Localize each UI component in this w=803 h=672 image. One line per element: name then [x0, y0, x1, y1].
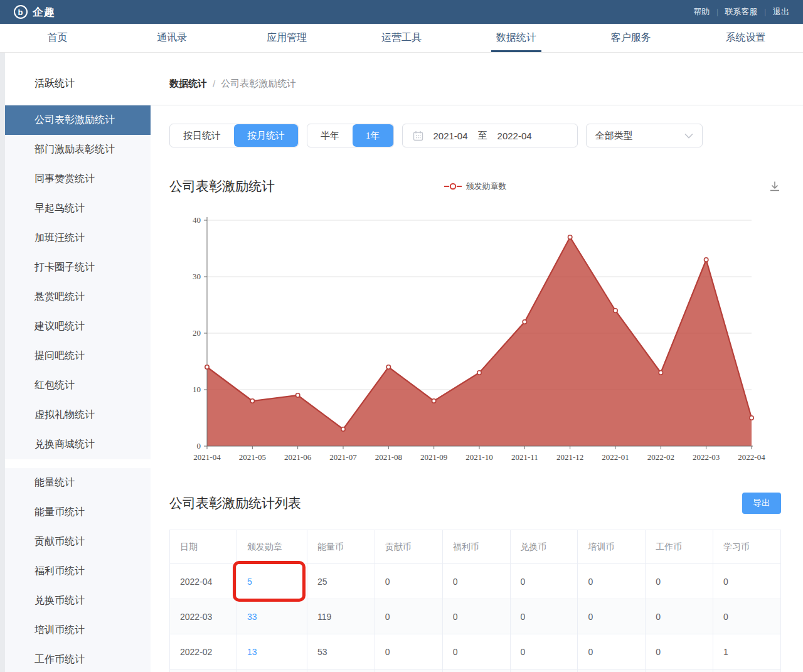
topbar-links: 帮助|联系客服|退出 [693, 6, 789, 18]
nav-item[interactable]: 应用管理 [230, 24, 344, 52]
svg-text:0: 0 [197, 441, 201, 451]
sidebar-item[interactable]: 公司表彰激励统计 [5, 105, 151, 135]
breadcrumb: 数据统计 / 公司表彰激励统计 [151, 53, 803, 105]
sidebar-group-gap [5, 459, 151, 468]
sidebar-item[interactable]: 红包统计 [5, 371, 151, 400]
sidebar-group-2: 能量统计能量币统计贡献币统计福利币统计兑换币统计培训币统计工作币统计 [5, 468, 151, 672]
page: 活跃统计 公司表彰激励统计部门激励表彰统计同事赞赏统计早起鸟统计加班汪统计打卡圈… [0, 53, 803, 672]
table-cell [578, 669, 646, 672]
sidebar-item-top[interactable]: 活跃统计 [5, 53, 151, 105]
svg-text:2021-05: 2021-05 [239, 452, 266, 462]
sidebar-item[interactable]: 虚拟礼物统计 [5, 400, 151, 430]
svg-text:2021-11: 2021-11 [511, 452, 538, 462]
sidebar-item[interactable]: 同事赞赏统计 [5, 164, 151, 194]
table-cell: 0 [646, 564, 713, 599]
sidebar-item[interactable]: 加班汪统计 [5, 223, 151, 253]
sidebar-item[interactable]: 福利币统计 [5, 557, 151, 586]
chart-svg: 0102030402021-042021-052021-062021-07202… [169, 214, 781, 464]
table-column-header: 颁发勋章 [237, 530, 307, 564]
table-cell: 0 [375, 564, 442, 599]
sidebar-item[interactable]: 兑换币统计 [5, 586, 151, 616]
sidebar-item[interactable]: 贡献币统计 [5, 527, 151, 557]
table-cell: 2022-04 [170, 564, 237, 599]
sidebar-item[interactable]: 部门激励表彰统计 [5, 135, 151, 164]
breadcrumb-separator: / [213, 78, 215, 89]
sidebar-item[interactable]: 早起鸟统计 [5, 194, 151, 223]
svg-text:40: 40 [193, 215, 201, 225]
topbar-link[interactable]: 帮助 [693, 6, 710, 18]
table-cell [237, 669, 307, 672]
legend-label: 颁发勋章数 [466, 181, 507, 192]
table-cell: 25 [307, 564, 375, 599]
stat-mode-option[interactable]: 按日统计 [170, 124, 234, 147]
svg-text:2022-02: 2022-02 [647, 452, 674, 462]
table-column-header: 培训币 [578, 530, 646, 564]
table-cell: 1 [713, 634, 781, 669]
stat-range-option[interactable]: 1年 [353, 124, 393, 147]
table-header-row: 日期颁发勋章能量币贡献币福利币兑换币培训币工作币学习币 [170, 530, 781, 564]
sidebar-item[interactable]: 打卡圈子统计 [5, 253, 151, 282]
export-button[interactable]: 导出 [742, 493, 781, 514]
sidebar-item[interactable]: 工作币统计 [5, 645, 151, 672]
brand-logo-icon: b [14, 5, 28, 19]
table-column-header: 贡献币 [375, 530, 442, 564]
chart-legend[interactable]: 颁发勋章数 [444, 181, 507, 192]
table-cell: 0 [510, 564, 578, 599]
svg-text:2021-12: 2021-12 [556, 452, 583, 462]
topbar-link[interactable]: 退出 [773, 6, 789, 18]
table-cell: 2022-03 [170, 599, 237, 634]
topbar-link[interactable]: 联系客服 [725, 6, 758, 18]
table-cell: 0 [646, 599, 713, 634]
sidebar-item[interactable]: 建议吧统计 [5, 312, 151, 341]
sidebar-item[interactable]: 培训币统计 [5, 616, 151, 645]
date-start-value[interactable]: 2021-04 [433, 131, 468, 141]
date-range-picker[interactable]: 2021-04 至 2022-04 [402, 124, 578, 147]
nav-item[interactable]: 客户服务 [573, 24, 688, 52]
badge-count-link[interactable]: 5 [237, 564, 307, 599]
table-cell: 0 [442, 564, 510, 599]
download-icon[interactable] [768, 180, 781, 193]
nav-item[interactable]: 系统设置 [688, 24, 803, 52]
table-cell: 2022-02 [170, 634, 237, 669]
breadcrumb-section[interactable]: 数据统计 [169, 78, 207, 90]
sidebar-item[interactable]: 兑换商城统计 [5, 430, 151, 459]
nav-item[interactable]: 通讯录 [115, 24, 230, 52]
table-cell [375, 669, 442, 672]
sidebar-item[interactable]: 能量币统计 [5, 498, 151, 527]
table-cell: 0 [375, 634, 442, 669]
stat-mode-segmented: 按日统计按月统计 [169, 124, 299, 147]
table-cell: 0 [713, 564, 781, 599]
svg-text:2022-03: 2022-03 [693, 452, 720, 462]
stat-mode-option[interactable]: 按月统计 [234, 124, 298, 147]
type-select[interactable]: 全部类型 [586, 124, 703, 147]
nav-item[interactable]: 数据统计 [459, 24, 573, 52]
svg-text:10: 10 [193, 385, 201, 394]
nav-item[interactable]: 运营工具 [344, 24, 459, 52]
table-cell: 0 [578, 564, 646, 599]
sidebar: 活跃统计 公司表彰激励统计部门激励表彰统计同事赞赏统计早起鸟统计加班汪统计打卡圈… [5, 53, 151, 672]
table-cell: 0 [375, 599, 442, 634]
main: 数据统计 / 公司表彰激励统计 按日统计按月统计 半年1年 [151, 53, 803, 672]
nav-item[interactable]: 首页 [0, 24, 115, 52]
stat-range-segmented: 半年1年 [307, 124, 394, 147]
content: 按日统计按月统计 半年1年 2021-04 至 2022-04 [151, 124, 803, 672]
sidebar-item[interactable]: 提问吧统计 [5, 341, 151, 371]
table-cell [713, 669, 781, 672]
table-cell: 53 [307, 634, 375, 669]
badge-count-link[interactable]: 33 [237, 599, 307, 634]
svg-text:30: 30 [193, 272, 201, 281]
table-cell [646, 669, 713, 672]
date-end-value[interactable]: 2022-04 [497, 131, 532, 141]
sidebar-item[interactable]: 能量统计 [5, 468, 151, 498]
table-column-header: 日期 [170, 530, 237, 564]
legend-marker-icon [444, 183, 462, 190]
chart-title: 公司表彰激励统计 [169, 178, 275, 195]
chart-header: 公司表彰激励统计 颁发勋章数 [169, 176, 781, 196]
svg-text:2021-10: 2021-10 [465, 452, 492, 462]
table-column-header: 能量币 [307, 530, 375, 564]
table-column-header: 福利币 [442, 530, 510, 564]
sidebar-item[interactable]: 悬赏吧统计 [5, 282, 151, 312]
brand: b 企趣 [14, 5, 55, 19]
badge-count-link[interactable]: 13 [237, 634, 307, 669]
stat-range-option[interactable]: 半年 [307, 124, 353, 147]
